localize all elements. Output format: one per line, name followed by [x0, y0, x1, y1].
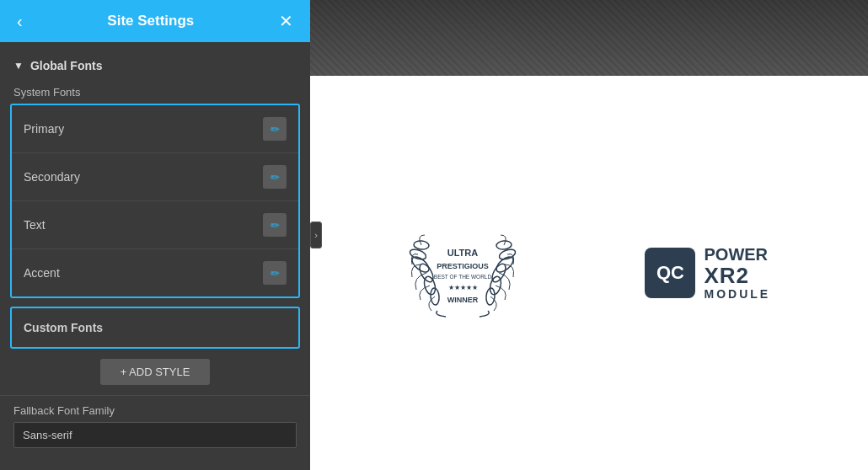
font-item-accent[interactable]: Accent ✏	[12, 249, 298, 296]
edit-icon: ✏	[271, 171, 280, 184]
system-fonts-box: Primary ✏ Secondary ✏ Text ✏ Accent	[10, 104, 300, 298]
font-item-primary[interactable]: Primary ✏	[12, 105, 298, 153]
edit-text-button[interactable]: ✏	[263, 213, 287, 237]
font-text-label: Text	[24, 218, 46, 232]
qc-power-label: POWER	[704, 245, 770, 264]
svg-text:PRESTIGIOUS: PRESTIGIOUS	[437, 262, 489, 270]
edit-primary-button[interactable]: ✏	[263, 117, 287, 141]
edit-icon: ✏	[271, 267, 280, 280]
edit-icon: ✏	[271, 219, 280, 232]
laurel-wreath-svg: ULTRA PRESTIGIOUS BEST OF THE WORLD ★★★★…	[408, 222, 517, 323]
ultra-badge: ULTRA PRESTIGIOUS BEST OF THE WORLD ★★★★…	[408, 222, 517, 323]
fallback-section: Fallback Font Family	[0, 395, 310, 457]
custom-fonts-label: Custom Fonts	[24, 321, 103, 334]
font-item-text[interactable]: Text ✏	[12, 201, 298, 249]
qc-text: POWER XR2 MODULE	[704, 245, 770, 301]
edit-icon: ✏	[271, 123, 280, 136]
edit-accent-button[interactable]: ✏	[263, 261, 287, 285]
sidebar: ‹ Site Settings ✕ ▼ Global Fonts System …	[0, 0, 310, 470]
custom-fonts-section: Custom Fonts	[10, 307, 300, 349]
edit-secondary-button[interactable]: ✏	[263, 165, 287, 189]
svg-text:BEST OF THE WORLD: BEST OF THE WORLD	[434, 274, 492, 280]
font-secondary-label: Secondary	[24, 170, 80, 184]
chevron-down-icon: ▼	[13, 60, 24, 72]
collapse-arrow-button[interactable]: ›	[310, 222, 322, 248]
add-style-button[interactable]: + ADD STYLE	[100, 359, 211, 385]
qc-xr2-label: XR2	[704, 264, 770, 288]
sidebar-content: ▼ Global Fonts System Fonts Primary ✏ Se…	[0, 42, 310, 470]
add-style-wrap: + ADD STYLE	[0, 349, 310, 395]
close-button[interactable]: ✕	[276, 9, 297, 33]
svg-text:ULTRA: ULTRA	[447, 248, 479, 258]
font-item-secondary[interactable]: Secondary ✏	[12, 153, 298, 201]
qc-module-label: MODULE	[704, 288, 770, 301]
font-accent-label: Accent	[24, 266, 60, 280]
fallback-input[interactable]	[13, 422, 297, 448]
qc-logo: QC	[645, 248, 695, 298]
top-strip	[310, 0, 868, 76]
system-fonts-label: System Fonts	[0, 79, 310, 104]
white-content: ULTRA PRESTIGIOUS BEST OF THE WORLD ★★★★…	[310, 76, 868, 470]
svg-text:★★★★★: ★★★★★	[447, 284, 477, 291]
sidebar-title: Site Settings	[107, 13, 194, 29]
back-button[interactable]: ‹	[13, 9, 26, 33]
sidebar-header: ‹ Site Settings ✕	[0, 0, 310, 42]
font-primary-label: Primary	[24, 122, 64, 136]
fallback-label: Fallback Font Family	[13, 404, 297, 417]
global-fonts-label: Global Fonts	[30, 59, 103, 72]
qc-badge: QC POWER XR2 MODULE	[645, 245, 770, 301]
svg-text:WINNER: WINNER	[447, 296, 479, 304]
global-fonts-section-header[interactable]: ▼ Global Fonts	[0, 52, 310, 79]
main-area: ULTRA PRESTIGIOUS BEST OF THE WORLD ★★★★…	[310, 0, 868, 470]
